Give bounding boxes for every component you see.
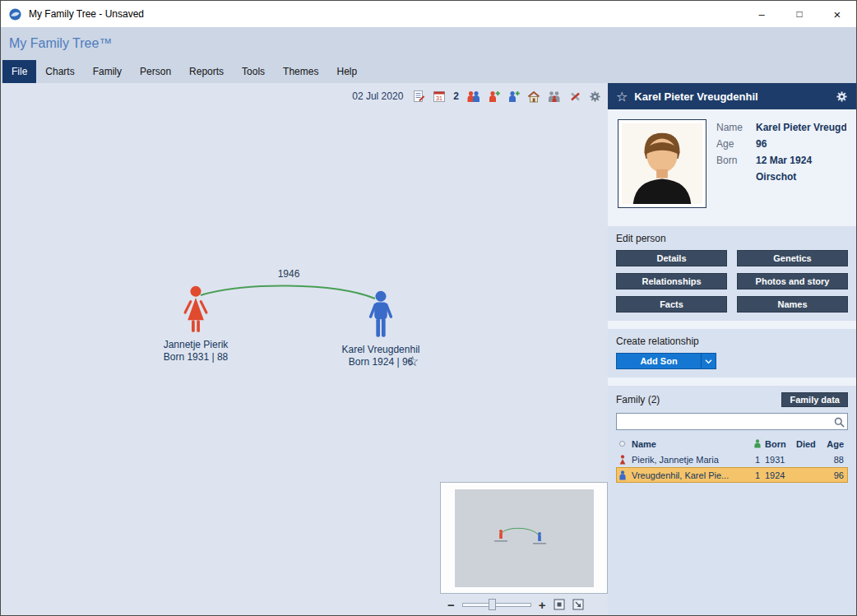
family-row-jannetje[interactable]: Pierik, Jannetje Maria 1 1931 88 xyxy=(616,452,848,467)
row-name: Pierik, Jannetje Maria xyxy=(632,455,750,465)
row-born: 1931 xyxy=(765,455,796,465)
family-section: Family (2) Family data xyxy=(608,386,856,615)
edit-person-section: Edit person Details Genetics Relationshi… xyxy=(608,226,856,321)
titlebar: My Family Tree - Unsaved – □ × xyxy=(1,1,856,27)
create-relationship-title: Create relationship xyxy=(616,336,848,347)
col-died: Died xyxy=(796,439,824,449)
close-button[interactable]: × xyxy=(818,1,856,27)
marriage-year-label: 1946 xyxy=(271,268,307,280)
row-count: 1 xyxy=(750,455,765,465)
menu-person[interactable]: Person xyxy=(131,60,180,83)
zoom-in-button[interactable]: + xyxy=(539,599,546,611)
born-date-value: 12 Mar 1924 xyxy=(756,155,846,166)
row-name: Vreugdenhil, Karel Pie... xyxy=(632,470,750,480)
calendar-day-label: 31 xyxy=(436,95,442,101)
pan-view-icon[interactable] xyxy=(572,599,584,610)
photos-and-story-button[interactable]: Photos and story xyxy=(737,273,848,289)
menu-reports[interactable]: Reports xyxy=(180,60,233,83)
home-icon[interactable] xyxy=(527,90,540,103)
people-count: 2 xyxy=(453,90,459,102)
family-table: Name Born Died Age Pierik, Jannetje Mari… xyxy=(616,436,848,483)
add-relationship-dropdown[interactable] xyxy=(701,353,716,369)
row-count: 1 xyxy=(750,470,765,480)
names-button[interactable]: Names xyxy=(737,296,848,313)
person-info: Name Karel Pieter Vreugde... Age 96 Born… xyxy=(716,119,846,208)
born-label: Born xyxy=(716,155,749,166)
zoom-slider[interactable] xyxy=(462,598,531,611)
edit-person-title: Edit person xyxy=(616,233,848,244)
menu-family[interactable]: Family xyxy=(84,60,131,83)
details-button[interactable]: Details xyxy=(616,250,727,266)
family-group-icon[interactable] xyxy=(548,90,562,103)
create-relationship-section: Create relationship Add Son xyxy=(608,329,856,377)
brand-title: My Family Tree™ xyxy=(9,36,112,51)
favorite-star-icon[interactable]: ☆ xyxy=(616,89,628,104)
calendar-icon[interactable]: 31 xyxy=(433,90,446,103)
person-summary-card: Name Karel Pieter Vreugde... Age 96 Born… xyxy=(608,109,856,218)
minimap-chart xyxy=(455,489,594,587)
born-place-spacer xyxy=(716,171,749,183)
row-age: 96 xyxy=(824,470,845,480)
row-age: 88 xyxy=(824,455,845,465)
family-row-karel[interactable]: Vreugdenhil, Karel Pie... 1 1924 96 xyxy=(616,467,848,483)
add-female-icon[interactable] xyxy=(488,90,500,103)
window-title: My Family Tree - Unsaved xyxy=(29,8,144,20)
avatar-placeholder xyxy=(622,123,702,204)
search-icon xyxy=(834,416,845,431)
menu-help[interactable]: Help xyxy=(327,60,366,83)
person-photo[interactable] xyxy=(618,119,706,208)
facts-button[interactable]: Facts xyxy=(616,296,727,313)
report-icon[interactable] xyxy=(412,90,425,103)
zoom-slider-thumb[interactable] xyxy=(489,599,496,610)
menu-tools[interactable]: Tools xyxy=(233,60,274,83)
born-place-value: Oirschot xyxy=(756,171,846,183)
genetics-button[interactable]: Genetics xyxy=(737,250,848,266)
panel-settings-icon[interactable] xyxy=(836,90,848,103)
living-person-icon xyxy=(750,439,765,448)
person-detail: Born 1931 | 88 xyxy=(151,351,241,364)
zoom-slider-track[interactable] xyxy=(462,603,531,607)
male-figure-icon xyxy=(366,290,396,341)
relationships-button[interactable]: Relationships xyxy=(616,273,727,289)
minimize-button[interactable]: – xyxy=(743,1,781,27)
person-panel: ☆ Karel Pieter Vreugdenhil xyxy=(608,83,856,615)
section-separator xyxy=(608,218,856,226)
add-son-button[interactable]: Add Son xyxy=(616,353,701,369)
settings-gear-icon[interactable] xyxy=(589,90,601,103)
window-controls: – □ × xyxy=(743,1,856,27)
menu-charts[interactable]: Charts xyxy=(36,60,83,83)
row-born: 1924 xyxy=(765,470,796,480)
col-born: Born xyxy=(765,439,796,449)
section-separator xyxy=(608,377,856,386)
zoom-toolbar: − + xyxy=(440,594,608,615)
section-separator xyxy=(608,321,856,329)
col-age: Age xyxy=(824,439,845,449)
fit-to-window-icon[interactable] xyxy=(554,599,565,610)
canvas-toolbar: 02 Jul 2020 31 xyxy=(352,90,601,103)
zoom-out-button[interactable]: − xyxy=(447,599,455,611)
age-value: 96 xyxy=(756,138,846,150)
male-icon xyxy=(618,470,632,480)
record-dot-icon xyxy=(618,440,632,447)
menu-file[interactable]: File xyxy=(2,60,36,83)
family-data-button[interactable]: Family data xyxy=(781,392,848,407)
family-table-header[interactable]: Name Born Died Age xyxy=(616,436,848,452)
menu-themes[interactable]: Themes xyxy=(274,60,327,83)
chevron-down-icon xyxy=(705,359,712,364)
maximize-button[interactable]: □ xyxy=(781,1,818,27)
couple-icon[interactable] xyxy=(466,90,480,103)
female-icon xyxy=(618,455,632,465)
current-date[interactable]: 02 Jul 2020 xyxy=(352,90,403,102)
tools-icon[interactable] xyxy=(569,90,581,103)
tree-person-mother[interactable]: Jannetje Pierik Born 1931 | 88 xyxy=(151,285,241,364)
brand-bar: My Family Tree™ xyxy=(1,27,856,60)
chart-canvas[interactable]: 02 Jul 2020 31 xyxy=(1,83,608,615)
minimap[interactable] xyxy=(440,482,608,594)
app-window: My Family Tree - Unsaved – □ × My Family… xyxy=(0,0,857,616)
col-name: Name xyxy=(632,439,750,449)
name-label: Name xyxy=(716,122,749,133)
app-logo-icon xyxy=(8,7,22,21)
family-search-input[interactable] xyxy=(616,413,848,430)
add-male-icon[interactable] xyxy=(507,90,520,103)
family-search xyxy=(616,413,848,430)
